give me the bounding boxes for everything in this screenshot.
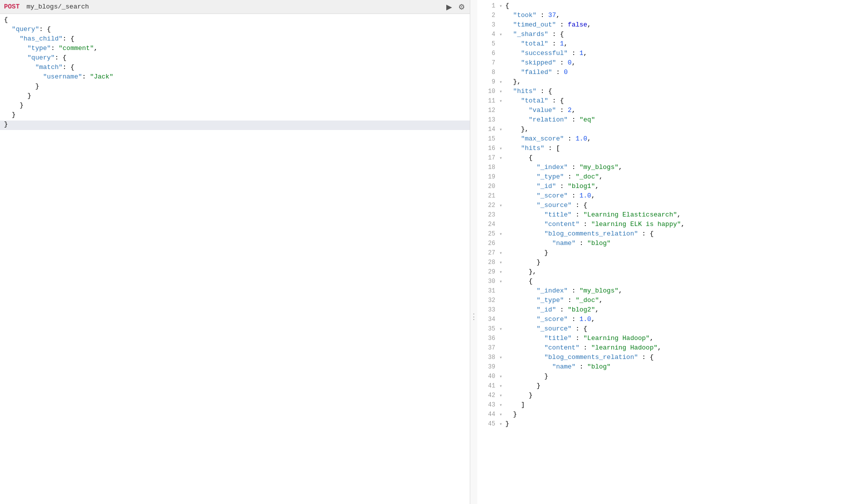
code-text: "username": "Jack" (4, 73, 113, 80)
fold-icon[interactable]: ▾ (499, 374, 504, 380)
fold-icon[interactable]: ▾ (499, 383, 504, 389)
code-text: "_type" : "_doc", (505, 296, 603, 304)
left-line: } (0, 82, 470, 92)
code-text: "_score" : 1.0, (505, 316, 595, 323)
code-text: } (4, 120, 8, 128)
right-line: 20 "_id" : "blog1", (477, 182, 857, 192)
left-line: { (0, 16, 470, 26)
left-line: } (0, 120, 470, 130)
code-text: "max_score" : 1.0, (505, 135, 591, 142)
line-number: 34 (481, 316, 499, 323)
line-number: 4 (481, 31, 499, 38)
right-line: 44▾ } (477, 410, 857, 420)
wrench-button[interactable]: ⚙ (457, 2, 466, 12)
right-line: 13 "relation" : "eq" (477, 116, 857, 126)
line-number: 17 (481, 154, 499, 162)
fold-icon[interactable]: ▾ (499, 250, 504, 256)
line-number: 5 (481, 40, 499, 48)
run-button[interactable]: ▶ (445, 2, 453, 12)
fold-icon[interactable]: ▾ (499, 98, 504, 104)
fold-icon[interactable]: ▾ (499, 88, 504, 94)
line-number: 12 (481, 107, 499, 114)
right-line: 2 "took" : 37, (477, 12, 857, 21)
right-line: 1▾{ (477, 2, 857, 12)
right-line: 14▾ }, (477, 126, 857, 135)
right-line: 43▾ ] (477, 401, 857, 410)
right-line: 9▾ }, (477, 78, 857, 88)
line-number: 15 (481, 136, 499, 142)
code-text: } (505, 420, 509, 428)
code-text: "_shards" : { (505, 30, 564, 38)
right-line: 12 "value" : 2, (477, 106, 857, 116)
right-line: 27▾ } (477, 249, 857, 258)
line-number: 21 (481, 192, 499, 200)
code-text: "title" : "Learning Elasticsearch", (505, 211, 681, 218)
fold-icon[interactable]: ▾ (499, 146, 504, 152)
line-number: 45 (481, 420, 499, 428)
code-text: } (4, 111, 16, 118)
fold-icon[interactable]: ▾ (499, 79, 504, 85)
fold-icon[interactable]: ▾ (499, 231, 504, 237)
line-number: 43 (481, 402, 499, 408)
line-number: 41 (481, 382, 499, 390)
code-text: "total" : { (505, 97, 564, 104)
code-text: "total" : 1, (505, 40, 568, 48)
response-body: 1▾{2 "took" : 37,3 "timed_out" : false,4… (477, 0, 857, 504)
fold-icon[interactable]: ▾ (499, 392, 504, 398)
right-line: 4▾ "_shards" : { (477, 30, 857, 40)
fold-icon[interactable]: ▾ (499, 402, 504, 408)
request-body: { "query": { "has_child": { "type": "com… (0, 14, 470, 504)
fold-icon[interactable]: ▾ (499, 155, 504, 161)
right-line: 36 "title" : "Learning Hadoop", (477, 334, 857, 344)
fold-icon[interactable]: ▾ (499, 202, 504, 208)
code-text: "successful" : 1, (505, 50, 587, 57)
right-line: 26 "name" : "blog" (477, 240, 857, 249)
code-text: "_id" : "blog2", (505, 306, 599, 314)
left-line: } (0, 102, 470, 111)
line-number: 40 (481, 373, 499, 380)
line-number: 11 (481, 98, 499, 104)
right-line: 45▾} (477, 420, 857, 430)
fold-icon[interactable]: ▾ (499, 3, 504, 9)
request-url: my_blogs/_search (27, 3, 89, 10)
code-text: } (4, 92, 32, 100)
code-text: "title" : "Learning Hadoop", (505, 334, 653, 342)
code-text: }, (505, 268, 536, 276)
right-line: 34 "_score" : 1.0, (477, 316, 857, 325)
code-text: } (505, 382, 540, 390)
fold-icon[interactable]: ▾ (499, 126, 504, 132)
right-line: 37 "content" : "learning Hadoop", (477, 344, 857, 354)
left-line: "query": { (0, 54, 470, 64)
fold-icon[interactable]: ▾ (499, 260, 504, 266)
code-text: } (505, 258, 540, 266)
code-text: "blog_comments_relation" : { (505, 230, 653, 238)
right-line: 39 "name" : "blog" (477, 363, 857, 372)
fold-icon[interactable]: ▾ (499, 421, 504, 427)
line-number: 22 (481, 202, 499, 209)
fold-icon[interactable]: ▾ (499, 326, 504, 332)
left-line: } (0, 111, 470, 120)
fold-icon[interactable]: ▾ (499, 354, 504, 360)
line-number: 33 (481, 306, 499, 314)
code-text: "took" : 37, (505, 12, 560, 19)
fold-icon[interactable]: ▾ (499, 269, 504, 275)
divider: ⋮ (470, 0, 477, 504)
right-line: 18 "_index" : "my_blogs", (477, 164, 857, 173)
line-number: 42 (481, 392, 499, 399)
fold-icon[interactable]: ▾ (499, 278, 504, 284)
right-line: 3 "timed_out" : false, (477, 21, 857, 30)
right-panel: 1▾{2 "took" : 37,3 "timed_out" : false,4… (477, 0, 857, 504)
fold-icon[interactable]: ▾ (499, 32, 504, 38)
fold-icon[interactable]: ▾ (499, 412, 504, 418)
code-text: "blog_comments_relation" : { (505, 354, 653, 361)
code-text: "name" : "blog" (505, 240, 611, 247)
right-line: 11▾ "total" : { (477, 97, 857, 106)
right-line: 17▾ { (477, 154, 857, 164)
code-text: } (505, 249, 548, 256)
line-number: 6 (481, 50, 499, 57)
right-line: 29▾ }, (477, 268, 857, 278)
right-line: 30▾ { (477, 278, 857, 287)
code-text: "skipped" : 0, (505, 59, 575, 66)
line-number: 28 (481, 259, 499, 266)
right-line: 24 "content" : "learning ELK is happy", (477, 220, 857, 230)
